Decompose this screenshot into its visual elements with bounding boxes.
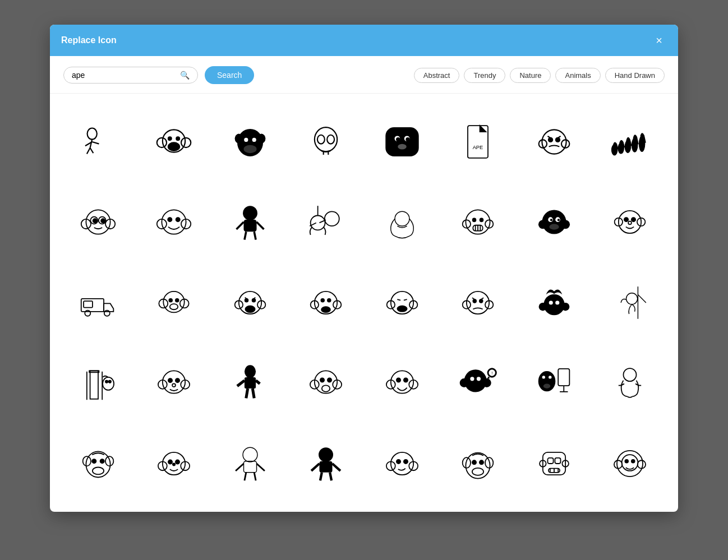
svg-point-7: [157, 138, 167, 147]
svg-point-88: [628, 221, 632, 225]
search-input-wrap: 🔍: [63, 67, 198, 84]
svg-point-128: [561, 303, 569, 311]
svg-point-225: [622, 455, 638, 471]
icon-cell-gorilla-solid-black[interactable]: [292, 429, 361, 498]
svg-point-214: [472, 468, 483, 475]
close-button[interactable]: ×: [651, 33, 667, 48]
icon-cell-monkey-cute2[interactable]: [140, 429, 209, 498]
search-input[interactable]: [72, 71, 178, 80]
svg-point-76: [538, 220, 547, 229]
svg-point-226: [614, 460, 622, 468]
svg-point-140: [108, 381, 110, 383]
icon-cell-monkey-mirror[interactable]: [519, 349, 589, 418]
icon-cell-gorilla-face-outline[interactable]: [63, 429, 133, 498]
icon-cell-ape-exhibit[interactable]: [63, 349, 133, 418]
icon-cell-gorilla-face-solid[interactable]: [215, 107, 285, 177]
modal-overlay: Replace Icon × 🔍 Search AbstractTrendyNa…: [0, 0, 728, 560]
icon-cell-gorilla-walk-white[interactable]: [215, 429, 285, 498]
icon-cell-monkey-face-angry[interactable]: [215, 268, 285, 337]
svg-line-57: [256, 222, 264, 229]
icon-cell-monkey-face-squint[interactable]: [367, 268, 437, 337]
svg-point-11: [177, 137, 180, 140]
svg-point-0: [87, 128, 96, 139]
icon-cell-monkey-simple[interactable]: [140, 268, 209, 337]
icon-cell-monkey-face-dot-eyes[interactable]: [140, 349, 209, 418]
svg-line-194: [236, 464, 243, 471]
dialog-title: Replace Icon: [61, 35, 117, 45]
filter-tag-abstract[interactable]: Abstract: [414, 68, 460, 83]
icon-cell-gorilla-face2[interactable]: [444, 429, 513, 498]
svg-line-196: [245, 473, 246, 480]
svg-point-212: [472, 460, 476, 464]
svg-point-49: [162, 210, 186, 234]
icon-cell-monkey-punk[interactable]: [519, 268, 589, 337]
icon-cell-evolution-silhouette[interactable]: [596, 107, 665, 177]
filter-tag-animals[interactable]: Animals: [555, 68, 600, 83]
icon-cell-monkey-skull[interactable]: [292, 107, 361, 177]
dialog-toolbar: 🔍 Search AbstractTrendyNatureAnimalsHand…: [50, 56, 678, 94]
svg-point-17: [252, 138, 256, 142]
svg-point-19: [317, 135, 325, 144]
svg-point-96: [169, 299, 173, 302]
icon-cell-monkey-face-flat[interactable]: [292, 268, 361, 337]
icon-cell-monkey-face-round[interactable]: [140, 107, 209, 177]
icon-cell-monkey-outline-circle[interactable]: [596, 429, 665, 498]
svg-point-65: [395, 212, 409, 226]
search-magnifier-icon: 🔍: [180, 71, 190, 80]
svg-point-213: [480, 460, 483, 464]
icon-cell-monkey-face-big-eyes[interactable]: [63, 188, 133, 257]
icon-cell-delivery-truck[interactable]: [63, 268, 133, 337]
svg-line-149: [237, 381, 245, 386]
icon-cell-monkey-face-solid2[interactable]: [519, 188, 589, 257]
search-button[interactable]: Search: [205, 66, 254, 84]
svg-point-70: [480, 219, 483, 222]
icon-grid-container[interactable]: APE!: [50, 94, 678, 512]
filter-tag-nature[interactable]: Nature: [510, 68, 551, 83]
svg-point-27: [397, 138, 400, 141]
icon-cell-ape-walking[interactable]: [63, 107, 133, 177]
svg-rect-193: [243, 461, 256, 472]
svg-point-60: [311, 216, 325, 230]
icon-cell-robot-monkey[interactable]: [519, 429, 589, 498]
icon-cell-monkey-smirk[interactable]: [367, 429, 437, 498]
icon-cell-gorilla-walking[interactable]: [215, 188, 285, 257]
icon-cell-monkey-hanging[interactable]: [292, 188, 361, 257]
icon-cell-monkey-smile[interactable]: [140, 188, 209, 257]
icon-cell-monkey-face-happy[interactable]: [367, 349, 437, 418]
filter-tag-trendy[interactable]: Trendy: [464, 68, 505, 83]
svg-line-5: [92, 142, 99, 144]
filter-tag-hand-drawn[interactable]: Hand Drawn: [605, 68, 665, 83]
svg-point-167: [471, 377, 474, 381]
icon-cell-bigfoot-silhouette[interactable]: [215, 349, 285, 418]
svg-rect-148: [245, 377, 256, 388]
icon-cell-monkey-speech[interactable]: !: [444, 349, 513, 418]
icon-cell-monkey-cute-face[interactable]: [367, 107, 437, 177]
icon-cell-monkey-face-circle[interactable]: [444, 188, 513, 257]
svg-point-42: [86, 210, 110, 234]
svg-point-229: [632, 460, 635, 463]
svg-rect-218: [547, 458, 553, 464]
svg-line-152: [252, 388, 254, 398]
icon-cell-monkey-sitting[interactable]: [596, 349, 665, 418]
svg-point-16: [244, 138, 248, 142]
icon-cell-monkey-on-tree[interactable]: [596, 268, 665, 337]
svg-point-98: [170, 304, 178, 309]
svg-point-54: [243, 206, 257, 220]
icon-cell-monkey-face-open[interactable]: [292, 349, 361, 418]
svg-point-139: [105, 381, 108, 383]
svg-line-117: [404, 299, 407, 300]
icon-cell-monkey-face-ears[interactable]: [596, 188, 665, 257]
icon-cell-capuchin-monkey[interactable]: [367, 188, 437, 257]
svg-point-112: [328, 299, 331, 302]
icon-cell-monkey-face-grumpy[interactable]: [444, 268, 513, 337]
svg-point-77: [561, 220, 570, 229]
filter-tags: AbstractTrendyNatureAnimalsHand Drawn: [414, 68, 665, 83]
icon-cell-monkey-angry-outline[interactable]: [519, 107, 589, 177]
svg-point-52: [168, 217, 172, 221]
svg-rect-172: [558, 369, 569, 386]
svg-point-198: [319, 447, 333, 462]
icon-cell-ape-file[interactable]: APE: [444, 107, 513, 177]
svg-point-211: [485, 457, 493, 468]
svg-point-158: [322, 386, 330, 392]
svg-point-192: [243, 447, 257, 462]
